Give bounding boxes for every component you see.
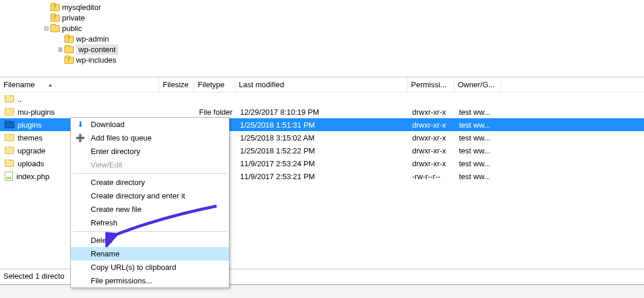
cell-mod: 1/25/2018 1:51:31 PM — [237, 121, 409, 129]
file-name: .. — [18, 95, 22, 104]
menu-item-view-edit: View/Edit — [71, 158, 229, 172]
cell-type: File folder — [196, 108, 237, 117]
cell-perm: drwxr-xr-x — [409, 121, 455, 129]
tree-node-label: wp-includes — [76, 55, 117, 66]
menu-item-label: Create new file — [91, 205, 142, 214]
remote-file-list[interactable]: ..mu-pluginsFile folder12/29/2017 8:10:1… — [0, 93, 644, 183]
folder-unknown-icon: ? — [64, 56, 74, 65]
file-name: upgrade — [18, 146, 46, 155]
cell-owner: test ww... — [455, 121, 502, 129]
status-text: Selected 1 directo — [4, 272, 64, 280]
menu-item-label: Download — [91, 120, 125, 129]
cell-mod: 12/29/2017 8:10:19 PM — [237, 108, 409, 117]
cell-mod: 1/25/2018 1:52:22 PM — [237, 146, 409, 155]
menu-item-label: Copy URL(s) to clipboard — [91, 263, 176, 272]
cell-owner: test ww... — [455, 146, 502, 155]
menu-item-refresh[interactable]: Refresh — [71, 216, 229, 230]
cell-owner: test ww... — [455, 108, 502, 117]
php-file-icon — [5, 172, 13, 181]
cell-perm: drwxr-xr-x — [409, 108, 455, 117]
cell-perm: drwxr-xr-x — [409, 146, 455, 155]
cell-mod: 1/25/2018 3:15:02 AM — [237, 133, 409, 142]
folder-unknown-icon: ? — [64, 35, 74, 44]
expand-icon[interactable]: ⊞ — [56, 44, 64, 55]
column-header-permissions[interactable]: Permissi... — [407, 77, 454, 92]
tree-node-wp-includes[interactable]: ·?wp-includes — [0, 55, 644, 66]
column-header-filename-label: Filename — [4, 80, 35, 89]
menu-item-create-directory-and-enter-it[interactable]: Create directory and enter it — [71, 189, 229, 203]
folder-icon — [5, 147, 14, 154]
menu-item-label: Create directory and enter it — [91, 191, 185, 200]
menu-item-add-files-to-queue[interactable]: ➕Add files to queue — [71, 131, 229, 145]
menu-item-label: Delete — [91, 236, 113, 245]
cell-perm: drwxr-xr-x — [409, 159, 455, 168]
tree-node-label: private — [62, 13, 85, 23]
tree-node-label: public — [62, 23, 82, 34]
folder-icon — [50, 24, 60, 33]
tree-node-wp-admin[interactable]: ·?wp-admin — [0, 34, 644, 44]
menu-item-rename[interactable]: Rename — [71, 247, 229, 261]
file-list-header: Filename ▲ Filesize Filetype Last modifi… — [0, 77, 644, 93]
menu-item-enter-directory[interactable]: Enter directory — [71, 145, 229, 158]
file-context-menu[interactable]: ⬇Download➕Add files to queueEnter direct… — [70, 117, 229, 288]
tree-node-private[interactable]: ·?private — [0, 13, 644, 23]
cell-perm: drwxr-xr-x — [409, 133, 455, 142]
cell-perm: -rw-r--r-- — [409, 172, 455, 181]
menu-item-label: Rename — [91, 249, 119, 258]
file-name: plugins — [18, 121, 42, 129]
tree-node-label: mysqleditor — [62, 2, 101, 13]
menu-item-label: Enter directory — [91, 147, 141, 156]
folder-icon — [5, 95, 14, 102]
tree-node-public[interactable]: ⊟public — [0, 23, 644, 34]
file-name: index.php — [16, 172, 49, 181]
file-name: uploads — [18, 159, 44, 168]
cell-mod: 11/9/2017 2:53:24 PM — [237, 159, 409, 168]
menu-item-file-permissions[interactable]: File permissions... — [71, 274, 229, 287]
download-icon: ⬇ — [76, 120, 85, 129]
sort-ascending-icon: ▲ — [47, 82, 53, 88]
file-name: themes — [18, 133, 43, 142]
folder-icon — [5, 134, 14, 141]
column-header-owner-group[interactable]: Owner/G... — [454, 77, 501, 92]
folder-icon — [5, 121, 14, 128]
remote-tree-pane[interactable]: ·?mysqleditor·?private⊟public·?wp-admin⊞… — [0, 0, 644, 77]
menu-item-label: Add files to queue — [91, 133, 152, 142]
menu-item-label: File permissions... — [91, 276, 152, 285]
cell-mod: 11/9/2017 2:53:21 PM — [237, 172, 409, 181]
folder-icon — [5, 160, 14, 167]
cell-owner: test ww... — [455, 133, 502, 142]
add-icon: ➕ — [76, 133, 85, 143]
menu-separator — [73, 231, 227, 232]
menu-item-create-new-file[interactable]: Create new file — [71, 203, 229, 216]
menu-item-download[interactable]: ⬇Download — [71, 118, 229, 131]
menu-item-label: Refresh — [91, 218, 118, 227]
column-header-filetype[interactable]: Filetype — [194, 77, 235, 92]
file-row-mu-plugins[interactable]: mu-pluginsFile folder12/29/2017 8:10:19 … — [0, 105, 644, 118]
tree-node-wp-content[interactable]: ⊞wp-content — [0, 44, 644, 55]
file-name: mu-plugins — [18, 108, 55, 117]
folder-unknown-icon: ? — [50, 13, 60, 23]
cell-owner: test ww... — [455, 159, 502, 168]
tree-node-mysqleditor[interactable]: ·?mysqleditor — [0, 2, 644, 13]
tree-node-label: wp-admin — [76, 34, 109, 44]
column-header-last-modified[interactable]: Last modified — [235, 77, 407, 92]
folder-icon — [64, 45, 74, 54]
tree-node-label: wp-content — [76, 44, 118, 55]
column-header-filename[interactable]: Filename ▲ — [0, 77, 159, 92]
folder-icon — [5, 108, 14, 115]
folder-unknown-icon: ? — [50, 3, 60, 12]
menu-separator — [73, 173, 227, 174]
column-header-filesize[interactable]: Filesize — [159, 77, 194, 92]
collapse-icon[interactable]: ⊟ — [42, 23, 50, 34]
cell-owner: test ww... — [455, 172, 502, 181]
menu-item-create-directory[interactable]: Create directory — [71, 176, 229, 189]
menu-item-delete[interactable]: Delete — [71, 234, 229, 247]
menu-item-label: View/Edit — [91, 160, 122, 169]
menu-item-copy-url-s-to-clipboard[interactable]: Copy URL(s) to clipboard — [71, 261, 229, 274]
file-row-parent[interactable]: .. — [0, 93, 644, 105]
menu-item-label: Create directory — [91, 178, 145, 187]
